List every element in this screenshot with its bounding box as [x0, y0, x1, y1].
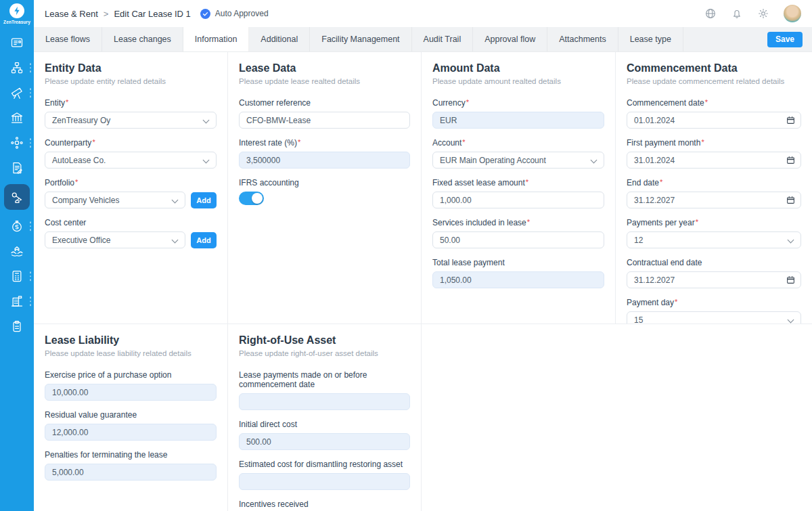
interest-rate-input[interactable] [239, 152, 410, 169]
prepaid-lease-payments-input[interactable] [239, 393, 410, 410]
hierarchy-icon[interactable] [0, 59, 34, 76]
chevron-down-icon [172, 197, 179, 204]
residual-value-input[interactable] [45, 424, 217, 441]
customer-reference-input[interactable] [239, 112, 410, 129]
payment-day-select[interactable]: 15 [627, 311, 801, 324]
sidebar-nav [0, 34, 34, 335]
required-marker: * [701, 138, 704, 146]
submenu-dots [30, 221, 32, 231]
status-badge: Auto Approved [200, 9, 269, 19]
services-included-input[interactable] [432, 231, 604, 248]
cost-center-select[interactable]: Executive Office [45, 231, 185, 248]
end-date-input[interactable] [627, 192, 801, 208]
portfolio-label: Portfolio [45, 178, 74, 187]
required-marker: * [675, 298, 677, 306]
breadcrumb-current: Edit Car Lease ID 1 [114, 9, 190, 19]
fixed-asset-lease-amount-input[interactable] [432, 192, 604, 208]
network-icon[interactable] [0, 134, 34, 152]
entity-data-column: Entity Data Please update entity related… [34, 52, 228, 324]
tab-lease-flows[interactable]: Lease flows [34, 27, 102, 51]
calculator-doc-icon[interactable] [0, 267, 34, 285]
tab-bar: Lease flows Lease changes Information Ad… [34, 27, 812, 52]
field-contractual-end-date: Contractual end date [627, 258, 801, 288]
initial-direct-cost-input[interactable] [239, 433, 410, 450]
services-included-label: Services included in lease [432, 218, 526, 227]
contractual-end-date-input[interactable] [627, 271, 801, 288]
news-icon[interactable] [0, 34, 34, 51]
total-lease-payment-input[interactable] [432, 271, 604, 288]
money-bag-icon[interactable] [0, 217, 34, 235]
tab-attachments[interactable]: Attachments [547, 27, 618, 51]
penalties-input[interactable] [45, 464, 217, 481]
telescope-icon[interactable] [0, 84, 34, 102]
required-marker: * [92, 138, 95, 146]
dismantling-cost-input[interactable] [239, 473, 410, 490]
lease-key-home-icon[interactable] [0, 184, 34, 210]
required-marker: * [526, 178, 528, 186]
field-penalties: Penalties for terminating the lease [45, 450, 217, 481]
form-row-top: Entity Data Please update entity related… [34, 52, 812, 324]
payments-per-year-select[interactable]: 12 [627, 231, 801, 248]
tab-audit-trail[interactable]: Audit Trail [412, 27, 474, 51]
required-marker: * [462, 138, 465, 146]
header-actions [704, 5, 801, 22]
field-total-lease-payment: Total lease payment [432, 258, 604, 288]
fixed-asset-lease-amount-label: Fixed asset lease amount [432, 178, 525, 187]
toggle-knob [252, 193, 263, 204]
tab-information[interactable]: Information [183, 27, 250, 51]
brand-logo[interactable]: ZenTreasury [0, 0, 34, 24]
field-residual-value: Residual value guarantee [45, 410, 217, 441]
submenu-dots [30, 138, 32, 148]
commencement-date-input[interactable] [627, 112, 801, 129]
ifrs-accounting-toggle[interactable] [239, 192, 264, 205]
field-ifrs-accounting: IFRS accounting [239, 178, 410, 205]
field-first-payment-month: First payment month* [627, 138, 801, 169]
add-portfolio-button[interactable]: Add [191, 192, 217, 208]
avatar[interactable] [784, 5, 801, 22]
section-title-lease: Lease Data [239, 62, 410, 74]
gear-icon[interactable] [757, 7, 769, 20]
building-icon[interactable] [0, 292, 34, 310]
app-window: ZenTreasury [0, 0, 812, 511]
entity-label: Entity [45, 98, 65, 108]
check-icon [200, 9, 210, 19]
tab-additional[interactable]: Additional [249, 27, 310, 51]
bell-icon[interactable] [731, 7, 743, 20]
tab-facility-management[interactable]: Facility Management [310, 27, 411, 51]
contract-icon[interactable] [0, 159, 34, 177]
currency-label: Currency [432, 98, 466, 108]
clipboard-icon[interactable] [0, 317, 34, 335]
empty-column [422, 324, 812, 511]
submenu-dots [30, 63, 32, 72]
save-button[interactable]: Save [767, 32, 803, 47]
tab-approval-flow[interactable]: Approval flow [473, 27, 547, 51]
breadcrumb-parent[interactable]: Lease & Rent [45, 9, 98, 19]
field-cost-center: Cost center Executive Office Add [45, 218, 217, 248]
account-select[interactable]: EUR Main Operating Account [432, 152, 604, 169]
currency-input[interactable] [432, 112, 604, 129]
field-prepaid-lease-payments: Lease payments made on or before commenc… [239, 370, 410, 410]
bank-icon[interactable] [0, 109, 34, 127]
lease-data-column: Lease Data Please update lease realted d… [228, 52, 422, 324]
field-initial-direct-cost: Initial direct cost [239, 420, 410, 450]
section-title-liability: Lease Liability [45, 334, 217, 347]
payments-per-year-label: Payments per year [627, 218, 695, 227]
section-title-entity: Entity Data [45, 62, 217, 74]
payment-day-label: Payment day [627, 298, 674, 307]
interest-rate-label: Interest rate (%) [239, 138, 297, 148]
globe-icon[interactable] [704, 7, 717, 20]
ifrs-accounting-label: IFRS accounting [239, 178, 299, 187]
field-services-included: Services included in lease* [432, 218, 604, 248]
counterparty-select[interactable]: AutoLease Co. [45, 152, 217, 169]
add-cost-center-button[interactable]: Add [191, 232, 217, 248]
first-payment-month-input[interactable] [627, 152, 801, 169]
entity-select[interactable]: ZenTreasury Oy [45, 112, 217, 129]
required-marker: * [298, 138, 300, 146]
tab-lease-type[interactable]: Lease type [618, 27, 683, 51]
portfolio-select[interactable]: Company Vehicles [45, 192, 185, 208]
asset-care-icon[interactable] [0, 242, 34, 260]
tab-lease-changes[interactable]: Lease changes [102, 27, 183, 51]
exercise-price-input[interactable] [45, 384, 217, 401]
required-marker: * [66, 98, 68, 106]
end-date-label: End date [627, 178, 659, 187]
